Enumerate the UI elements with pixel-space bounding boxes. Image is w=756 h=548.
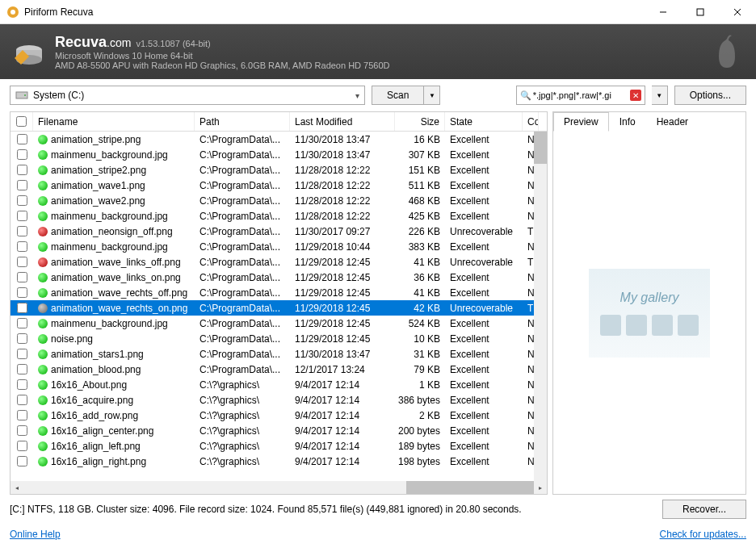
system-info-1: Microsoft Windows 10 Home 64-bit (55, 51, 390, 61)
header-comment[interactable]: Co (523, 112, 539, 131)
table-row[interactable]: animation_neonsign_off.pngC:\ProgramData… (10, 224, 547, 239)
options-button[interactable]: Options... (674, 86, 746, 105)
cell-size: 36 KB (395, 270, 445, 285)
row-checkbox[interactable] (17, 456, 27, 466)
header-path[interactable]: Path (195, 112, 290, 131)
cell-state: Excellent (445, 377, 523, 392)
status-dot-icon (38, 196, 48, 206)
tab-header[interactable]: Header (646, 112, 699, 132)
table-row[interactable]: mainmenu_background.jpgC:\ProgramData\..… (10, 147, 547, 162)
cell-modified: 9/4/2017 12:14 (290, 377, 395, 392)
clear-filter-button[interactable]: ✕ (630, 90, 641, 101)
table-row[interactable]: 16x16_align_left.pngC:\?\graphics\9/4/20… (10, 438, 547, 454)
table-row[interactable]: 16x16_add_row.pngC:\?\graphics\9/4/2017 … (10, 408, 547, 423)
header-size[interactable]: Size (395, 112, 445, 131)
recover-button[interactable]: Recover... (662, 500, 746, 519)
cell-filename: animation_neonsign_off.png (51, 226, 173, 237)
cell-filename: 16x16_acquire.png (51, 395, 133, 406)
cell-filename: mainmenu_background.jpg (51, 318, 168, 329)
scan-dropdown-button[interactable]: ▼ (424, 86, 440, 105)
table-row[interactable]: animation_wave1.pngC:\ProgramData\...11/… (10, 178, 547, 193)
filter-dropdown-button[interactable]: ▼ (652, 86, 668, 105)
table-row[interactable]: mainmenu_background.jpgC:\ProgramData\..… (10, 316, 547, 331)
row-checkbox[interactable] (17, 272, 27, 282)
table-row[interactable]: animation_wave2.pngC:\ProgramData\...11/… (10, 193, 547, 208)
row-checkbox[interactable] (17, 410, 27, 420)
row-checkbox[interactable] (17, 287, 27, 298)
row-checkbox[interactable] (17, 211, 27, 221)
cell-size: 468 KB (395, 193, 445, 208)
table-row[interactable]: animation_wave_links_off.pngC:\ProgramDa… (10, 254, 547, 270)
table-row[interactable]: animation_stripe2.pngC:\ProgramData\...1… (10, 162, 547, 178)
table-row[interactable]: animation_wave_rechts_on.pngC:\ProgramDa… (10, 300, 547, 316)
maximize-button[interactable] (682, 0, 719, 24)
table-row[interactable]: mainmenu_background.jpgC:\ProgramData\..… (10, 239, 547, 254)
row-checkbox[interactable] (17, 425, 27, 436)
filter-input[interactable]: 🔍 *.jpg|*.png|*.raw|*.gi ✕ (516, 86, 645, 105)
table-row[interactable]: 16x16_acquire.pngC:\?\graphics\9/4/2017 … (10, 392, 547, 408)
online-help-link[interactable]: Online Help (10, 529, 61, 540)
close-button[interactable] (719, 0, 756, 24)
cell-state: Unrecoverable (445, 300, 523, 316)
row-checkbox[interactable] (17, 395, 27, 405)
tab-preview[interactable]: Preview (553, 112, 609, 132)
table-row[interactable]: 16x16_align_center.pngC:\?\graphics\9/4/… (10, 423, 547, 438)
row-checkbox[interactable] (17, 195, 27, 206)
row-checkbox[interactable] (17, 257, 27, 267)
preview-text: My gallery (620, 291, 679, 305)
row-checkbox[interactable] (17, 349, 27, 359)
table-row[interactable]: 16x16_align_right.pngC:\?\graphics\9/4/2… (10, 454, 547, 469)
table-row[interactable]: mainmenu_background.jpgC:\ProgramData\..… (10, 208, 547, 224)
table-row[interactable]: animation_stars1.pngC:\ProgramData\...11… (10, 346, 547, 362)
cell-modified: 12/1/2017 13:24 (290, 362, 395, 377)
row-checkbox[interactable] (17, 180, 27, 190)
status-dot-icon (38, 227, 48, 236)
status-dot-icon (38, 365, 48, 374)
row-checkbox[interactable] (17, 303, 27, 313)
horizontal-scrollbar[interactable]: ◂ ▸ (10, 481, 547, 494)
row-checkbox[interactable] (17, 241, 27, 252)
row-checkbox[interactable] (17, 134, 27, 144)
row-checkbox[interactable] (17, 364, 27, 374)
table-row[interactable]: animation_stripe.pngC:\ProgramData\...11… (10, 132, 547, 147)
vertical-scrollbar[interactable] (534, 132, 547, 481)
tab-info[interactable]: Info (609, 112, 646, 132)
table-row[interactable]: animation_wave_rechts_off.pngC:\ProgramD… (10, 285, 547, 300)
status-dot-icon (38, 395, 48, 405)
cell-path: C:\ProgramData\... (195, 362, 290, 377)
status-dot-icon (38, 211, 48, 221)
cell-size: 200 bytes (395, 423, 445, 438)
table-row[interactable]: 16x16_About.pngC:\?\graphics\9/4/2017 12… (10, 377, 547, 392)
header-filename[interactable]: Filename (33, 112, 195, 131)
cell-path: C:\ProgramData\... (195, 316, 290, 331)
side-panel: Preview Info Header My gallery (552, 111, 746, 495)
cell-size: 41 KB (395, 285, 445, 300)
row-checkbox[interactable] (17, 226, 27, 236)
cell-filename: animation_wave_links_off.png (51, 257, 181, 268)
scroll-right-icon[interactable]: ▸ (534, 481, 547, 494)
drive-select[interactable]: System (C:) ▾ (10, 86, 365, 105)
row-checkbox[interactable] (17, 441, 27, 451)
check-updates-link[interactable]: Check for updates... (660, 529, 746, 540)
cell-path: C:\?\graphics\ (195, 454, 290, 469)
cell-size: 151 KB (395, 162, 445, 178)
header-checkbox[interactable] (10, 112, 33, 131)
titlebar: Piriform Recuva (0, 0, 756, 24)
table-row[interactable]: animation_wave_links_on.pngC:\ProgramDat… (10, 270, 547, 285)
row-checkbox[interactable] (17, 379, 27, 390)
header-modified[interactable]: Last Modified (290, 112, 395, 131)
table-row[interactable]: noise.pngC:\ProgramData\...11/29/2018 12… (10, 331, 547, 346)
status-dot-icon (38, 349, 48, 359)
cell-modified: 9/4/2017 12:14 (290, 392, 395, 408)
row-checkbox[interactable] (17, 333, 27, 344)
cell-size: 79 KB (395, 362, 445, 377)
cell-modified: 11/29/2018 10:44 (290, 239, 395, 254)
table-row[interactable]: animation_blood.pngC:\ProgramData\...12/… (10, 362, 547, 377)
row-checkbox[interactable] (17, 165, 27, 175)
row-checkbox[interactable] (17, 318, 27, 328)
row-checkbox[interactable] (17, 149, 27, 160)
header-state[interactable]: State (445, 112, 523, 131)
scan-button[interactable]: Scan (372, 86, 424, 105)
scroll-left-icon[interactable]: ◂ (10, 481, 23, 494)
minimize-button[interactable] (645, 0, 682, 24)
